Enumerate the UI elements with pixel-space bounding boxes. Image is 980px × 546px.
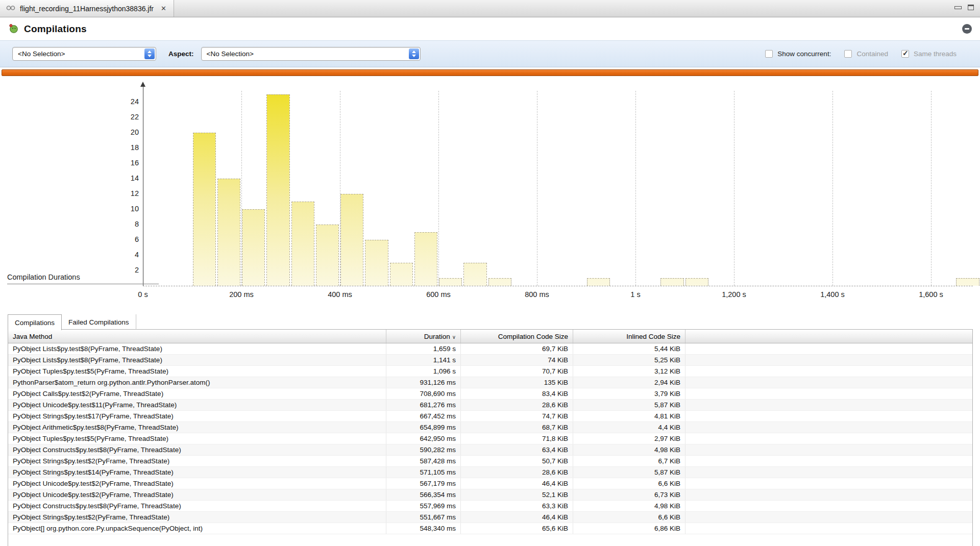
row-filler — [685, 444, 972, 455]
compilation-code-size-cell: 63,4 KiB — [461, 444, 573, 455]
table-row[interactable]: PyObject Calls$py.test$2(PyFrame, Thread… — [8, 388, 972, 400]
histogram-bar[interactable] — [685, 278, 708, 286]
table-row[interactable]: PyObject Lists$py.test$8(PyFrame, Thread… — [8, 355, 972, 366]
gridline — [635, 91, 636, 286]
compilation-code-size-cell: 68,7 KiB — [461, 422, 573, 433]
table-row[interactable]: PyObject Strings$py.test$17(PyFrame, Thr… — [8, 411, 972, 422]
compilation-code-size-cell: 135 KiB — [461, 377, 573, 388]
contained-checkbox[interactable] — [844, 50, 852, 58]
table-row[interactable]: PyObject Lists$py.test$8(PyFrame, Thread… — [8, 343, 972, 355]
x-axis-tick-label: 1 s — [630, 290, 640, 299]
editor-tab-bar: flight_recording_11Harnessjython38836.jf… — [0, 0, 980, 17]
table-row[interactable]: PyObject Strings$py.test$2(PyFrame, Thre… — [8, 512, 972, 523]
histogram-bar[interactable] — [660, 278, 683, 286]
y-axis-tick-label: 22 — [120, 113, 139, 121]
histogram-bar[interactable] — [193, 133, 216, 286]
table-row[interactable]: PyObject[] org.python.core.Py.unpackSequ… — [8, 523, 972, 534]
x-axis-tick-label: 400 ms — [328, 290, 352, 299]
time-range-selector-bar[interactable] — [2, 69, 978, 76]
histogram-bar[interactable] — [340, 194, 363, 286]
histogram-bar[interactable] — [463, 263, 486, 286]
collapse-button[interactable] — [962, 24, 972, 34]
dropdown-stepper-icon — [409, 48, 419, 59]
compilations-icon — [8, 23, 19, 36]
column-header-inlined-code-size[interactable]: Inlined Code Size — [573, 330, 685, 343]
y-axis-tick-label: 4 — [120, 251, 139, 259]
tab-failed-compilations[interactable]: Failed Compilations — [62, 314, 136, 330]
x-axis-tick-label: 0 s — [138, 290, 148, 299]
compilation-code-size-cell: 52,1 KiB — [461, 489, 573, 500]
java-method-cell: PyObject Unicode$py.test$2(PyFrame, Thre… — [8, 489, 386, 500]
histogram-bar[interactable] — [266, 94, 289, 286]
show-concurrent-checkbox[interactable] — [765, 50, 773, 58]
histogram-bar[interactable] — [439, 278, 462, 286]
java-method-cell: PyObject Constructs$py.test$8(PyFrame, T… — [8, 501, 386, 511]
histogram-bar[interactable] — [488, 278, 511, 286]
inlined-code-size-cell: 6,7 KiB — [573, 456, 685, 466]
same-threads-checkbox[interactable] — [901, 50, 909, 58]
row-filler — [685, 523, 972, 534]
compilation-code-size-cell: 69,7 KiB — [461, 343, 573, 354]
histogram-bar[interactable] — [242, 209, 265, 286]
histogram-bar[interactable] — [316, 225, 339, 286]
aspect-value: <No Selection> — [207, 50, 254, 58]
histogram-bar[interactable] — [217, 179, 240, 286]
close-tab-icon[interactable]: ✕ — [161, 5, 166, 12]
table-row[interactable]: PyObject Constructs$py.test$8(PyFrame, T… — [8, 444, 972, 456]
compilation-code-size-cell: 50,7 KiB — [461, 456, 573, 466]
table-row[interactable]: PyObject Strings$py.test$14(PyFrame, Thr… — [8, 467, 972, 478]
table-row[interactable]: PyObject Constructs$py.test$8(PyFrame, T… — [8, 501, 972, 512]
histogram-bar[interactable] — [956, 278, 979, 286]
table-body: PyObject Lists$py.test$8(PyFrame, Thread… — [8, 343, 972, 534]
tab-compilations[interactable]: Compilations — [8, 314, 62, 330]
checkbox-group: Show concurrent: Contained Same threads — [765, 50, 980, 58]
column-header-duration[interactable]: Duration ∨ — [386, 330, 461, 343]
java-method-cell: PyObject Arithmetic$py.test$8(PyFrame, T… — [8, 422, 386, 433]
minimize-icon[interactable] — [954, 6, 962, 9]
y-axis-arrow-icon — [140, 82, 145, 87]
aspect-dropdown[interactable]: <No Selection> — [201, 47, 421, 61]
jfr-file-icon — [6, 5, 16, 13]
table-row[interactable]: PyObject Tuples$py.test$5(PyFrame, Threa… — [8, 366, 972, 377]
java-method-cell: PythonParser$atom_return org.python.antl… — [8, 377, 386, 388]
x-axis-baseline — [143, 286, 973, 286]
table-row[interactable]: PyObject Tuples$py.test$5(PyFrame, Threa… — [8, 433, 972, 444]
table-header: Java Method Duration ∨ Compilation Code … — [8, 330, 972, 343]
inlined-code-size-cell: 3,79 KiB — [573, 388, 685, 399]
column-header-java-method[interactable]: Java Method — [8, 330, 386, 343]
table-row[interactable]: PyObject Unicode$py.test$2(PyFrame, Thre… — [8, 489, 972, 501]
y-axis-tick-label: 18 — [120, 143, 139, 152]
duration-cell: 590,282 ms — [386, 444, 461, 455]
range-selector-dropdown[interactable]: <No Selection> — [12, 47, 156, 61]
y-axis-tick-label: 12 — [120, 189, 139, 197]
histogram-bar[interactable] — [365, 240, 388, 286]
inlined-code-size-cell: 6,73 KiB — [573, 489, 685, 500]
histogram-bar[interactable] — [291, 202, 314, 286]
inlined-code-size-cell: 3,12 KiB — [573, 366, 685, 377]
inlined-code-size-cell: 4,98 KiB — [573, 501, 685, 511]
y-axis-tick-label: 8 — [120, 220, 139, 228]
duration-cell: 681,276 ms — [386, 400, 461, 410]
table-row[interactable]: PyObject Arithmetic$py.test$8(PyFrame, T… — [8, 422, 972, 433]
row-filler — [685, 343, 972, 354]
column-header-compilation-code-size[interactable]: Compilation Code Size — [461, 330, 573, 343]
view-header: Compilations — [0, 18, 980, 40]
editor-tab[interactable]: flight_recording_11Harnessjython38836.jf… — [0, 0, 174, 17]
compilation-code-size-cell: 74 KiB — [461, 355, 573, 365]
compilation-code-size-cell: 83,4 KiB — [461, 388, 573, 399]
histogram-bar[interactable] — [587, 278, 610, 286]
table-row[interactable]: PyObject Unicode$py.test$2(PyFrame, Thre… — [8, 478, 972, 489]
table-row[interactable]: PyObject Unicode$py.test$11(PyFrame, Thr… — [8, 400, 972, 411]
java-method-cell: PyObject Lists$py.test$8(PyFrame, Thread… — [8, 355, 386, 365]
maximize-icon[interactable] — [968, 5, 974, 10]
histogram-bar[interactable] — [390, 263, 413, 286]
histogram-bar[interactable] — [414, 232, 437, 286]
compilation-code-size-cell: 74,7 KiB — [461, 411, 573, 421]
aspect-label: Aspect: — [168, 50, 194, 58]
table-row[interactable]: PyObject Strings$py.test$2(PyFrame, Thre… — [8, 456, 972, 467]
duration-cell: 667,452 ms — [386, 411, 461, 421]
table-row[interactable]: PythonParser$atom_return org.python.antl… — [8, 377, 972, 388]
inlined-code-size-cell: 5,44 KiB — [573, 343, 685, 354]
row-filler — [685, 355, 972, 365]
row-filler — [685, 489, 972, 500]
